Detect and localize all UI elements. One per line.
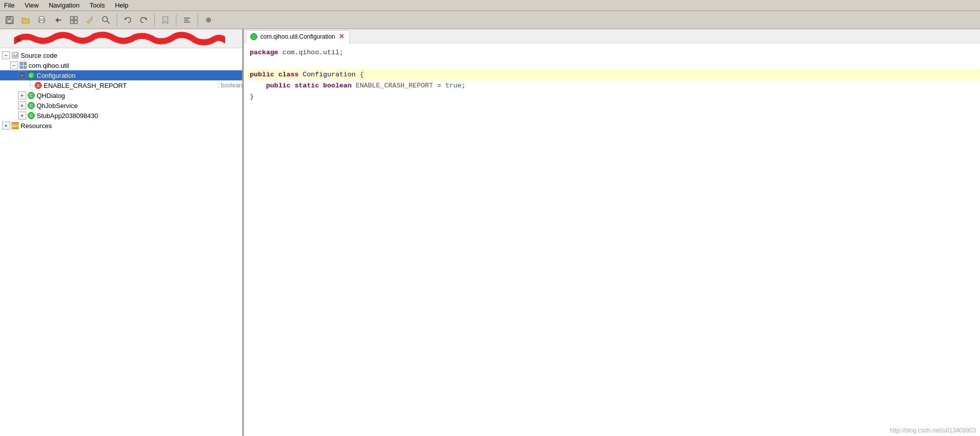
tree-label-qhjobservice: QhJobService (37, 102, 242, 110)
tree-expander-configuration[interactable]: − (18, 71, 26, 79)
svg-point-13 (103, 17, 108, 22)
toolbar-edit-button[interactable] (82, 13, 97, 27)
tree-typehint-enable-crash-report: : boolean (218, 82, 242, 89)
class-icon-qhjobservice: C (27, 101, 35, 110)
toolbar-separator-4 (198, 14, 198, 26)
svg-text:</>: </> (13, 54, 19, 58)
tree-expander-qhjobservice[interactable]: + (18, 101, 26, 110)
svg-point-21 (208, 19, 210, 21)
menu-file[interactable]: File (2, 2, 17, 9)
source-code-icon: </> (11, 51, 19, 59)
right-panel: com.qihoo.util.Configuration ✕ package c… (244, 29, 980, 436)
svg-rect-10 (70, 21, 73, 24)
code-content-3: public class Configuration { (250, 69, 364, 80)
tree-item-com-qihoo-util[interactable]: − com.qihoo.util (0, 60, 242, 70)
tree-label-enable-crash-report: ENABLE_CRASH_REPORT (44, 82, 216, 89)
svg-marker-17 (163, 17, 168, 24)
tree-label-configuration: Configuration (37, 72, 242, 79)
tree-label-com-qihoo-util: com.qihoo.util (29, 62, 242, 69)
code-line-5: } (244, 91, 980, 102)
tree-item-source-code[interactable]: − </> Source code (0, 50, 242, 60)
toolbar-separator-3 (176, 14, 176, 26)
tree-label-source-code: Source code (21, 52, 242, 59)
code-content-4: public static boolean ENABLE_CRASH_REPOR… (250, 80, 465, 91)
tree-expander-stubapp[interactable]: + (18, 112, 26, 120)
tree-item-qhjobservice[interactable]: + C QhJobService (0, 100, 242, 111)
toolbar-open-button[interactable] (18, 13, 33, 27)
tab-configuration[interactable]: com.qihoo.util.Configuration ✕ (246, 30, 350, 43)
svg-rect-1 (8, 17, 11, 19)
left-header: lk (0, 29, 242, 48)
toolbar-undo-button[interactable] (120, 13, 135, 27)
tree-item-configuration[interactable]: − C Configuration (0, 70, 242, 80)
code-line-2 (244, 58, 980, 69)
menu-navigation[interactable]: Navigation (47, 2, 81, 9)
toolbar-separator-2 (154, 14, 155, 26)
code-line-3: public class Configuration { (244, 69, 980, 80)
class-icon-qhdialog: C (27, 91, 35, 99)
tree-expander-source[interactable]: − (2, 51, 10, 59)
tab-close-button[interactable]: ✕ (338, 33, 345, 40)
svg-rect-2 (7, 20, 12, 23)
class-icon-configuration: C (27, 71, 35, 79)
toolbar-separator-1 (117, 14, 117, 26)
toolbar-wrench-button[interactable] (201, 13, 216, 27)
class-icon-stubapp: C (27, 112, 35, 120)
menubar: File View Navigation Tools Help (0, 0, 980, 11)
code-content-2 (250, 58, 254, 69)
code-line-4: public static boolean ENABLE_CRASH_REPOR… (244, 80, 980, 91)
main-layout: lk − </> Source code − (0, 29, 980, 436)
tree-item-enable-crash-report[interactable]: s ENABLE_CRASH_REPORT : boolean (0, 80, 242, 90)
tree-expander-qhdialog[interactable]: + (18, 91, 26, 99)
menu-tools[interactable]: Tools (87, 2, 107, 9)
tree-item-resources[interactable]: + 010 Resources (0, 121, 242, 131)
code-editor[interactable]: package com.qihoo.util; public class Con… (244, 43, 980, 436)
svg-rect-11 (74, 21, 77, 24)
svg-marker-3 (22, 18, 29, 23)
tree-item-stubapp[interactable]: + C StubApp2038098430 (0, 111, 242, 121)
tab-bar: com.qihoo.util.Configuration ✕ (244, 29, 980, 43)
tree-container[interactable]: − </> Source code − (0, 48, 242, 436)
svg-rect-8 (70, 17, 73, 20)
package-icon (19, 61, 27, 69)
toolbar-grid-button[interactable] (66, 13, 81, 27)
code-content-1: package com.qihoo.util; (250, 47, 343, 58)
svg-rect-9 (74, 17, 77, 20)
tree-label-qhdialog: QHDialog (37, 92, 242, 99)
code-line-1: package com.qihoo.util; (244, 47, 980, 58)
red-scribble: lk (14, 31, 225, 46)
field-icon-enable-crash-report: s (34, 81, 42, 89)
tab-class-icon (250, 33, 257, 40)
left-panel: lk − </> Source code − (0, 29, 244, 436)
svg-marker-7 (55, 18, 61, 23)
menu-help[interactable]: Help (113, 2, 131, 9)
toolbar-bookmark-button[interactable] (158, 13, 173, 27)
tree-expander-package[interactable]: − (10, 61, 18, 69)
svg-rect-5 (40, 17, 44, 19)
tab-title: com.qihoo.util.Configuration (260, 33, 335, 40)
svg-rect-6 (40, 21, 44, 23)
toolbar-back-button[interactable] (50, 13, 65, 27)
menu-view[interactable]: View (23, 2, 41, 9)
tree-expander-resources[interactable]: + (2, 122, 10, 130)
resources-icon: 010 (11, 122, 19, 130)
svg-line-14 (107, 21, 110, 24)
toolbar-outline-button[interactable] (179, 13, 194, 27)
tree-connector (26, 80, 34, 90)
code-content-5: } (250, 91, 254, 102)
toolbar (0, 11, 980, 29)
svg-text:lk: lk (17, 36, 22, 44)
svg-line-12 (91, 17, 92, 18)
watermark: http://blog.csdn.net/u013409903 (890, 427, 976, 434)
toolbar-redo-button[interactable] (136, 13, 151, 27)
tree-label-stubapp: StubApp2038098430 (37, 112, 242, 120)
tree-label-resources: Resources (21, 122, 242, 130)
tree-item-qhdialog[interactable]: + C QHDialog (0, 90, 242, 100)
toolbar-search-button[interactable] (99, 13, 114, 27)
toolbar-save-all-button[interactable] (2, 13, 17, 27)
toolbar-print-button[interactable] (34, 13, 49, 27)
